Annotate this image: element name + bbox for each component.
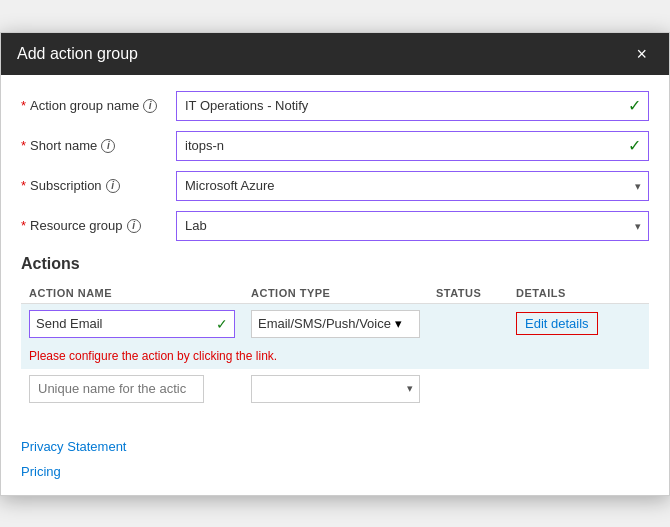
resource-group-row: * Resource group i Lab ▾ bbox=[21, 211, 649, 241]
action-name-input[interactable] bbox=[30, 312, 210, 335]
subscription-control: Microsoft Azure ▾ bbox=[176, 171, 649, 201]
action-group-name-check-icon: ✓ bbox=[628, 96, 641, 115]
close-button[interactable]: × bbox=[630, 43, 653, 65]
subscription-select-wrapper: Microsoft Azure ▾ bbox=[176, 171, 649, 201]
privacy-statement-link[interactable]: Privacy Statement bbox=[21, 439, 649, 454]
action-group-name-control: ✓ bbox=[176, 91, 649, 121]
new-action-row: ▾ bbox=[21, 369, 649, 409]
required-star-sub: * bbox=[21, 178, 26, 193]
action-group-name-info-icon[interactable]: i bbox=[143, 99, 157, 113]
col-header-action-type: ACTION TYPE bbox=[243, 283, 428, 304]
action-type-select-wrapper[interactable]: Email/SMS/Push/Voice ▾ bbox=[251, 310, 420, 338]
actions-section-title: Actions bbox=[21, 255, 649, 273]
pricing-link[interactable]: Pricing bbox=[21, 464, 649, 479]
dialog-header: Add action group × bbox=[1, 33, 669, 75]
action-group-name-label: * Action group name i bbox=[21, 98, 176, 113]
action-group-name-input[interactable] bbox=[176, 91, 649, 121]
resource-group-info-icon[interactable]: i bbox=[127, 219, 141, 233]
required-star-short: * bbox=[21, 138, 26, 153]
subscription-row: * Subscription i Microsoft Azure ▾ bbox=[21, 171, 649, 201]
subscription-info-icon[interactable]: i bbox=[106, 179, 120, 193]
bottom-links: Privacy Statement Pricing bbox=[1, 425, 669, 495]
short-name-input[interactable] bbox=[176, 131, 649, 161]
action-type-chevron-icon: ▾ bbox=[395, 316, 402, 331]
subscription-label: * Subscription i bbox=[21, 178, 176, 193]
new-action-name-input[interactable] bbox=[29, 375, 204, 403]
error-message: Please configure the action by clicking … bbox=[29, 349, 277, 363]
action-name-input-wrapper: ✓ bbox=[29, 310, 235, 338]
col-header-action-name: ACTION NAME bbox=[21, 283, 243, 304]
action-details-cell: Edit details bbox=[508, 303, 649, 344]
short-name-label: * Short name i bbox=[21, 138, 176, 153]
resource-group-select-wrapper: Lab ▾ bbox=[176, 211, 649, 241]
resource-group-label: * Resource group i bbox=[21, 218, 176, 233]
error-row: Please configure the action by clicking … bbox=[21, 344, 649, 369]
new-action-type-cell: ▾ bbox=[243, 369, 428, 409]
new-action-details-cell bbox=[508, 369, 649, 409]
dialog-title: Add action group bbox=[17, 45, 138, 63]
new-action-type-select[interactable]: ▾ bbox=[251, 375, 420, 403]
action-name-cell: ✓ bbox=[21, 303, 243, 344]
add-action-group-dialog: Add action group × * Action group name i… bbox=[0, 32, 670, 496]
actions-table: ACTION NAME ACTION TYPE STATUS DETAILS ✓ bbox=[21, 283, 649, 409]
action-group-name-row: * Action group name i ✓ bbox=[21, 91, 649, 121]
edit-details-button[interactable]: Edit details bbox=[516, 312, 598, 335]
short-name-control: ✓ bbox=[176, 131, 649, 161]
dialog-body: * Action group name i ✓ * Short name i ✓ bbox=[1, 75, 669, 425]
action-name-check-icon: ✓ bbox=[210, 316, 234, 332]
short-name-check-icon: ✓ bbox=[628, 136, 641, 155]
actions-table-header-row: ACTION NAME ACTION TYPE STATUS DETAILS bbox=[21, 283, 649, 304]
action-status-cell bbox=[428, 303, 508, 344]
error-cell: Please configure the action by clicking … bbox=[21, 344, 649, 369]
col-header-details: DETAILS bbox=[508, 283, 649, 304]
short-name-info-icon[interactable]: i bbox=[101, 139, 115, 153]
short-name-row: * Short name i ✓ bbox=[21, 131, 649, 161]
col-header-status: STATUS bbox=[428, 283, 508, 304]
action-type-text: Email/SMS/Push/Voice bbox=[258, 316, 391, 331]
action-type-cell: Email/SMS/Push/Voice ▾ bbox=[243, 303, 428, 344]
new-action-type-chevron-icon: ▾ bbox=[407, 382, 413, 395]
required-star: * bbox=[21, 98, 26, 113]
resource-group-control: Lab ▾ bbox=[176, 211, 649, 241]
new-action-status-cell bbox=[428, 369, 508, 409]
table-row: ✓ Email/SMS/Push/Voice ▾ Edit details bbox=[21, 303, 649, 344]
actions-table-body: ✓ Email/SMS/Push/Voice ▾ Edit details bbox=[21, 303, 649, 409]
resource-group-select[interactable]: Lab bbox=[176, 211, 649, 241]
actions-table-header: ACTION NAME ACTION TYPE STATUS DETAILS bbox=[21, 283, 649, 304]
subscription-select[interactable]: Microsoft Azure bbox=[176, 171, 649, 201]
required-star-rg: * bbox=[21, 218, 26, 233]
new-action-name-cell bbox=[21, 369, 243, 409]
